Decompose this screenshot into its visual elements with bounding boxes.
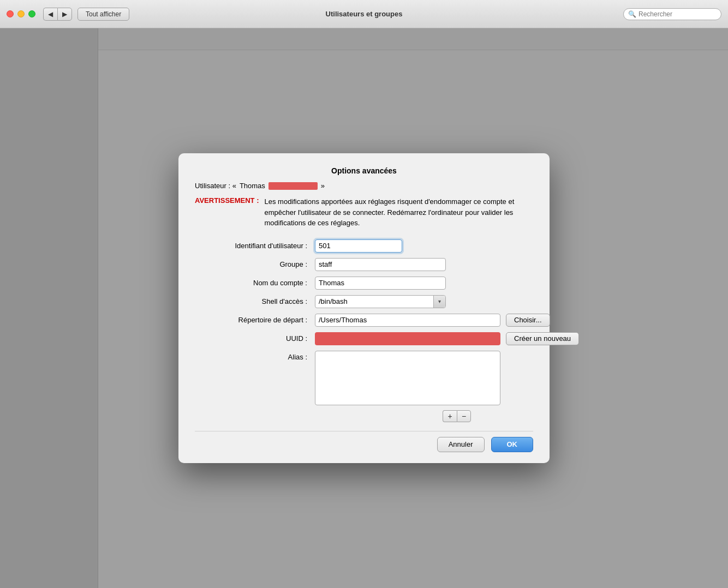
warning-box: AVERTISSEMENT : Les modifications apport… <box>195 196 533 229</box>
advanced-options-dialog: Options avancées Utilisateur : « Thomas … <box>178 153 550 463</box>
username-label: Thomas <box>240 182 265 190</box>
window-title: Utilisateurs et groupes <box>326 10 403 18</box>
alias-add-button[interactable]: + <box>443 410 457 422</box>
nav-forward-button[interactable]: ▶ <box>57 8 72 21</box>
user-prefix: Utilisateur : « <box>195 182 236 190</box>
search-box[interactable]: 🔍 <box>623 8 721 20</box>
uuid-label: UUID : <box>195 334 315 343</box>
nav-back-button[interactable]: ◀ <box>43 8 57 21</box>
main-content: Options avancées Utilisateur : « Thomas … <box>0 28 728 588</box>
title-bar: ◀ ▶ Tout afficher Utilisateurs et groupe… <box>0 0 728 28</box>
uuid-row: UUID : Créer un nouveau <box>195 332 533 345</box>
account-name-input[interactable] <box>315 277 446 290</box>
nav-buttons: ◀ ▶ <box>43 8 72 21</box>
shell-label: Shell d'accès : <box>195 297 315 305</box>
modal-footer: Annuler OK <box>195 431 533 452</box>
group-input[interactable] <box>315 258 446 271</box>
shell-row: Shell d'accès : /bin/bash ▾ <box>195 295 533 308</box>
maximize-button[interactable] <box>28 10 35 17</box>
uid-label: Identifiant d'utilisateur : <box>195 242 315 250</box>
uid-row: Identifiant d'utilisateur : <box>195 239 533 253</box>
alias-row: Alias : + − <box>195 351 533 422</box>
home-dir-controls: Choisir... <box>315 314 550 327</box>
alias-section: + − <box>315 351 500 422</box>
group-row: Groupe : <box>195 258 533 271</box>
modal-title: Options avancées <box>195 166 533 175</box>
search-icon: 🔍 <box>628 10 636 18</box>
alias-textarea[interactable] <box>315 351 500 405</box>
group-label: Groupe : <box>195 260 315 268</box>
account-name-label: Nom du compte : <box>195 279 315 287</box>
shell-dropdown-arrow[interactable]: ▾ <box>433 296 445 308</box>
choose-button[interactable]: Choisir... <box>506 314 550 327</box>
account-name-row: Nom du compte : <box>195 277 533 290</box>
os-window: ◀ ▶ Tout afficher Utilisateurs et groupe… <box>0 0 728 588</box>
uuid-controls: Créer un nouveau <box>315 332 579 345</box>
user-suffix: » <box>321 182 325 190</box>
alias-remove-button[interactable]: − <box>457 410 471 422</box>
traffic-lights <box>7 10 35 17</box>
shell-value: /bin/bash <box>315 296 433 307</box>
ok-button[interactable]: OK <box>491 437 534 452</box>
search-input[interactable] <box>639 10 717 18</box>
shell-select[interactable]: /bin/bash ▾ <box>315 295 446 308</box>
alias-controls: + − <box>443 410 500 422</box>
close-button[interactable] <box>7 10 14 17</box>
show-all-button[interactable]: Tout afficher <box>77 8 129 21</box>
home-dir-input[interactable] <box>315 314 500 327</box>
cancel-button[interactable]: Annuler <box>437 437 485 452</box>
alias-label: Alias : <box>195 353 315 361</box>
home-dir-label: Répertoire de départ : <box>195 316 315 324</box>
create-new-uuid-button[interactable]: Créer un nouveau <box>506 332 579 345</box>
uid-input[interactable] <box>315 239 402 253</box>
uuid-redacted-value <box>315 332 500 345</box>
warning-text: Les modifications apportées aux réglages… <box>265 196 534 229</box>
user-info-line: Utilisateur : « Thomas » <box>195 182 533 190</box>
form-section: Identifiant d'utilisateur : Groupe : Nom… <box>195 239 533 422</box>
modal-overlay: Options avancées Utilisateur : « Thomas … <box>0 28 728 588</box>
user-redacted-value <box>268 182 318 190</box>
warning-label: AVERTISSEMENT : <box>195 196 259 229</box>
minimize-button[interactable] <box>17 10 25 17</box>
home-dir-row: Répertoire de départ : Choisir... <box>195 314 533 327</box>
